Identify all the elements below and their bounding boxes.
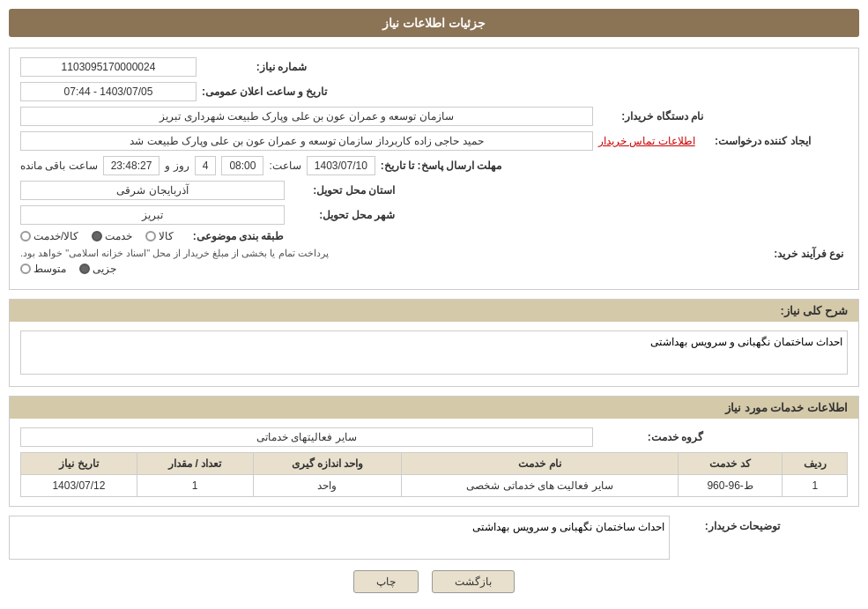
cell-code: ط-96-960 <box>678 475 783 497</box>
category-kala-radio[interactable] <box>145 231 156 241</box>
col-code: کد خدمت <box>678 453 783 475</box>
category-khedmat-radio[interactable] <box>92 231 102 241</box>
announce-value: 1403/07/05 - 07:44 <box>20 82 197 101</box>
purchase-radio-group: متوسط جزیی <box>20 263 116 275</box>
services-table: ردیف کد خدمت نام خدمت واحد اندازه گیری ت… <box>20 452 848 497</box>
creator-row: ایجاد کننده درخواست: اطلاعات تماس خریدار… <box>20 131 848 151</box>
province-row: استان محل تحویل: آذربایجان شرقی <box>20 181 848 200</box>
col-qty: تعداد / مقدار <box>137 453 253 475</box>
category-kala-khedmat-label: کالا/خدمت <box>33 230 78 242</box>
header-title: جزئیات اطلاعات نیاز <box>382 16 486 30</box>
button-row: بازگشت چاپ <box>9 570 859 593</box>
purchase-text: پرداخت تمام یا بخشی از مبلغ خریدار از مح… <box>20 248 329 259</box>
announce-row: تاریخ و ساعت اعلان عمومی: 1403/07/05 - 0… <box>20 82 848 101</box>
request-number-value: 1103095170000024 <box>20 57 197 77</box>
cell-date: 1403/07/12 <box>21 475 137 497</box>
org-row: نام دستگاه خریدار: سازمان توسعه و عمران … <box>20 107 848 126</box>
category-option-kala-khedmat[interactable]: کالا/خدمت <box>20 230 78 242</box>
col-unit: واحد اندازه گیری <box>253 453 402 475</box>
services-section: اطلاعات خدمات مورد نیاز گروه خدمت: سایر … <box>9 396 859 507</box>
request-number-row: شماره نیاز: 1103095170000024 <box>20 57 848 77</box>
cell-rownum: 1 <box>783 475 848 497</box>
summary-section: شرح کلی نیاز: <box>9 299 859 387</box>
purchase-type-row: نوع فرآیند خرید: پرداخت تمام یا بخشی از … <box>20 248 848 275</box>
city-label: شهر محل تحویل: <box>285 209 399 221</box>
remain-value: 23:48:27 <box>103 156 160 175</box>
service-group-value: سایر فعالیتهای خدماتی <box>20 427 593 447</box>
category-option-khedmat[interactable]: خدمت <box>92 230 132 242</box>
purchase-partial-radio[interactable] <box>79 264 90 274</box>
col-date: تاریخ نیاز <box>21 453 137 475</box>
purchase-option-partial[interactable]: جزیی <box>79 263 116 275</box>
announce-label: تاریخ و ساعت اعلان عمومی: <box>202 85 331 98</box>
main-info-section: شماره نیاز: 1103095170000024 تاریخ و ساع… <box>9 48 859 290</box>
main-info-body: شماره نیاز: 1103095170000024 تاریخ و ساع… <box>10 48 858 289</box>
buyer-notes-row: توضیحات خریدار: <box>9 516 859 560</box>
service-group-label: گروه خدمت: <box>593 431 708 443</box>
cell-qty: 1 <box>137 475 253 497</box>
category-radio-group: کالا/خدمت خدمت کالا <box>20 230 174 242</box>
purchase-medium-label: متوسط <box>33 263 66 275</box>
creator-value: حمید حاجی زاده کاربرداز سازمان توسعه و ع… <box>20 131 593 151</box>
category-kala-khedmat-radio[interactable] <box>20 231 31 241</box>
col-rownum: ردیف <box>783 453 848 475</box>
services-table-header-row: ردیف کد خدمت نام خدمت واحد اندازه گیری ت… <box>21 453 848 475</box>
print-button[interactable]: چاپ <box>353 570 419 593</box>
org-label: نام دستگاه خریدار: <box>593 110 708 123</box>
purchase-medium-radio[interactable] <box>20 264 31 274</box>
services-table-body: 1 ط-96-960 سایر فعالیت های خدماتی شخصی و… <box>21 475 848 497</box>
services-table-head: ردیف کد خدمت نام خدمت واحد اندازه گیری ت… <box>21 453 848 475</box>
remain-label: ساعت باقی مانده <box>20 160 98 172</box>
category-option-kala[interactable]: کالا <box>145 230 174 242</box>
deadline-label: مهلت ارسال پاسخ: تا تاریخ: <box>381 160 506 172</box>
time-value: 08:00 <box>221 156 263 175</box>
days-label: روز و <box>165 160 189 172</box>
days-value: 4 <box>195 156 217 175</box>
province-value: آذربایجان شرقی <box>20 181 285 200</box>
summary-section-body <box>10 322 858 386</box>
request-number-label: شماره نیاز: <box>197 61 311 73</box>
cell-name: سایر فعالیت های خدماتی شخصی <box>402 475 679 497</box>
buyer-notes-textarea[interactable] <box>9 516 670 560</box>
category-label: طبقه بندی موضوعی: <box>174 230 288 242</box>
category-khedmat-label: خدمت <box>105 230 132 242</box>
purchase-label: نوع فرآیند خرید: <box>733 248 848 260</box>
summary-section-header: شرح کلی نیاز: <box>10 300 858 322</box>
city-value: تبریز <box>20 205 285 225</box>
cell-unit: واحد <box>253 475 402 497</box>
city-row: شهر محل تحویل: تبریز <box>20 205 848 225</box>
deadline-row: مهلت ارسال پاسخ: تا تاریخ: 1403/07/10 سا… <box>20 156 848 175</box>
services-section-body: گروه خدمت: سایر فعالیتهای خدماتی ردیف کد… <box>10 419 858 506</box>
province-label: استان محل تحویل: <box>285 184 399 197</box>
services-section-header: اطلاعات خدمات مورد نیاز <box>10 397 858 419</box>
purchase-partial-label: جزیی <box>93 263 116 275</box>
services-section-title: اطلاعات خدمات مورد نیاز <box>725 401 848 414</box>
buyer-notes-label: توضیحات خریدار: <box>670 516 784 532</box>
back-button[interactable]: بازگشت <box>432 570 515 593</box>
summary-textarea[interactable] <box>20 330 848 375</box>
service-group-row: گروه خدمت: سایر فعالیتهای خدماتی <box>20 427 848 447</box>
category-row: طبقه بندی موضوعی: کالا/خدمت خدمت کالا <box>20 230 848 242</box>
summary-section-title: شرح کلی نیاز: <box>780 304 848 317</box>
purchase-option-medium[interactable]: متوسط <box>20 263 66 275</box>
creator-label: ایجاد کننده درخواست: <box>701 135 815 147</box>
deadline-date-value: 1403/07/10 <box>307 156 375 175</box>
col-name: نام خدمت <box>402 453 679 475</box>
category-kala-label: کالا <box>159 230 174 242</box>
page-header: جزئیات اطلاعات نیاز <box>9 9 859 37</box>
table-row: 1 ط-96-960 سایر فعالیت های خدماتی شخصی و… <box>21 475 848 497</box>
page-wrapper: جزئیات اطلاعات نیاز شماره نیاز: 11030951… <box>0 0 868 609</box>
time-label: ساعت: <box>269 160 300 172</box>
org-value: سازمان توسعه و عمران عون بن علی وپارک طب… <box>20 107 593 126</box>
creator-contact-link[interactable]: اطلاعات تماس خریدار <box>598 135 695 147</box>
